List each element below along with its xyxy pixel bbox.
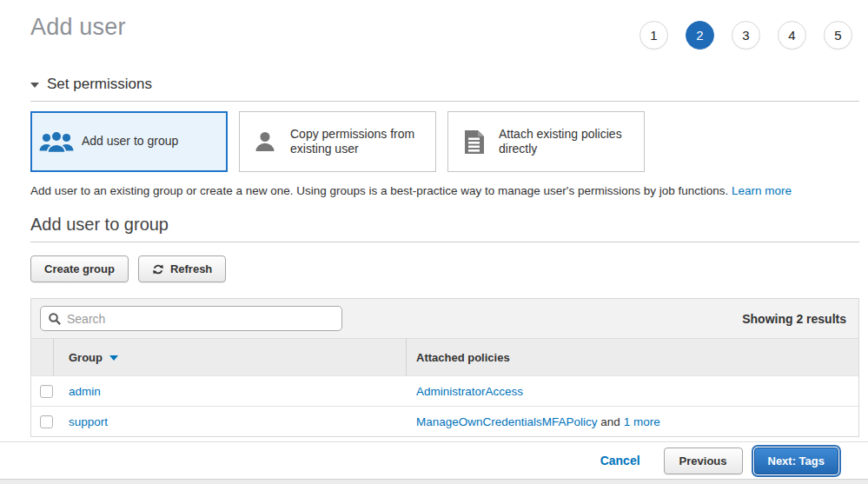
step-5: 5 (824, 21, 852, 50)
cancel-link[interactable]: Cancel (600, 454, 640, 467)
refresh-button[interactable]: Refresh (138, 255, 226, 282)
group-actions: Create group Refresh (30, 255, 859, 282)
add-user-to-group-title: Add user to group (30, 215, 859, 235)
group-name-cell: support (54, 415, 407, 428)
sort-descending-icon (109, 355, 118, 361)
group-link[interactable]: admin (69, 385, 101, 398)
table-row: admin AdministratorAccess (31, 375, 858, 406)
set-permissions-header[interactable]: Set permissions (30, 76, 859, 93)
group-name-cell: admin (54, 385, 407, 398)
card-attach-policies[interactable]: Attach existing policies directly (447, 111, 645, 172)
policy-link[interactable]: ManageOwnCredentialsMFAPolicy (416, 415, 598, 428)
row-checkbox[interactable] (40, 415, 53, 428)
table-header: Group Attached policies (31, 338, 858, 375)
step-3: 3 (732, 21, 760, 50)
wizard-footer: Cancel Previous Next: Tags (0, 441, 868, 479)
group-icon (31, 129, 82, 156)
group-section-divider (30, 242, 859, 242)
more-policies-link[interactable]: 1 more (624, 415, 660, 428)
page-bottom-strip (0, 479, 868, 484)
card-label-attach-policies: Attach existing policies directly (499, 127, 644, 157)
card-label-add-user-to-group: Add user to group (82, 134, 185, 149)
table-toolbar: Showing 2 results (31, 299, 858, 338)
group-description: Add user to an existing group or create … (30, 184, 859, 197)
groups-table: Showing 2 results Group Attached policie… (30, 298, 859, 437)
results-count: Showing 2 results (742, 312, 846, 326)
set-permissions-title: Set permissions (47, 76, 152, 93)
group-column-label: Group (69, 351, 103, 364)
search-input[interactable] (67, 312, 335, 326)
attached-policies-column-label: Attached policies (416, 351, 510, 364)
add-user-wizard-page: Add user 1 2 3 4 5 Set permissions (0, 0, 868, 484)
search-box[interactable] (40, 306, 342, 331)
step-1: 1 (639, 21, 668, 50)
search-icon (48, 312, 62, 326)
page-header: Add user 1 2 3 4 5 (0, 0, 868, 50)
card-add-user-to-group[interactable]: Add user to group (30, 111, 228, 172)
step-4: 4 (778, 21, 806, 50)
attached-policies-cell: ManageOwnCredentialsMFAPolicy and 1 more (407, 415, 858, 428)
attached-policies-cell: AdministratorAccess (407, 385, 858, 398)
page-title: Add user (30, 14, 126, 41)
refresh-button-label: Refresh (170, 262, 212, 275)
wizard-step-indicator: 1 2 3 4 5 (639, 21, 852, 50)
row-checkbox-cell (31, 415, 54, 428)
previous-button[interactable]: Previous (664, 448, 743, 474)
learn-more-link[interactable]: Learn more (732, 184, 792, 197)
column-header-attached-policies: Attached policies (407, 339, 858, 375)
row-checkbox[interactable] (40, 385, 53, 398)
section-divider (30, 101, 859, 102)
column-header-group[interactable]: Group (54, 339, 407, 375)
create-group-button[interactable]: Create group (30, 255, 129, 282)
card-copy-permissions[interactable]: Copy permissions from existing user (239, 111, 436, 172)
next-tags-button[interactable]: Next: Tags (754, 448, 839, 474)
policy-link[interactable]: AdministratorAccess (416, 385, 523, 398)
policy-joiner-text: and (598, 415, 624, 428)
card-label-copy-permissions: Copy permissions from existing user (290, 127, 435, 157)
step-2-active: 2 (686, 21, 714, 50)
document-icon (448, 129, 499, 155)
collapse-caret-icon (30, 83, 39, 88)
refresh-icon (152, 263, 164, 275)
user-icon (240, 130, 290, 153)
row-checkbox-cell (31, 385, 54, 398)
table-row: support ManageOwnCredentialsMFAPolicy an… (31, 406, 858, 436)
header-checkbox-column (31, 339, 54, 375)
group-link[interactable]: support (69, 415, 108, 428)
permission-option-cards: Add user to group Copy permissions from … (30, 111, 859, 172)
description-text: Add user to an existing group or create … (30, 184, 732, 197)
